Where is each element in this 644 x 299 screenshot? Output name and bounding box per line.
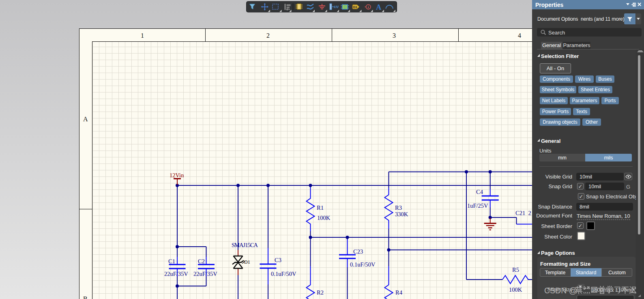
svg-text:C3: C3 bbox=[275, 257, 281, 263]
svg-text:SMAJ15CA: SMAJ15CA bbox=[232, 242, 258, 248]
svg-text:3: 3 bbox=[393, 32, 396, 39]
svg-text:CSDN @: CSDN @ bbox=[544, 286, 577, 295]
svg-text:R3: R3 bbox=[395, 204, 402, 211]
svg-text:R1: R1 bbox=[317, 204, 324, 211]
svg-text:1uF/25V: 1uF/25V bbox=[467, 202, 488, 209]
svg-text:C4: C4 bbox=[476, 189, 483, 195]
svg-text:C2: C2 bbox=[198, 258, 205, 265]
svg-text:D1: D1 bbox=[353, 5, 358, 9]
svg-text:D1: D1 bbox=[244, 259, 250, 265]
svg-text:100K: 100K bbox=[317, 215, 331, 221]
svg-text:330K: 330K bbox=[395, 211, 408, 217]
svg-text:C23: C23 bbox=[353, 248, 363, 255]
svg-text:A: A bbox=[83, 116, 88, 123]
svg-text:R4: R4 bbox=[395, 289, 403, 296]
svg-text:C21 2: C21 2 bbox=[515, 210, 531, 216]
svg-text:A: A bbox=[376, 3, 382, 11]
svg-text:0.1uF/50V: 0.1uF/50V bbox=[350, 261, 376, 268]
svg-text:22uF/35V: 22uF/35V bbox=[193, 271, 217, 277]
svg-text:1: 1 bbox=[141, 32, 144, 39]
svg-text:12Vin: 12Vin bbox=[170, 172, 184, 179]
svg-text:0.1uF/50V: 0.1uF/50V bbox=[271, 271, 296, 277]
svg-text:C1: C1 bbox=[168, 258, 175, 265]
svg-text:R5: R5 bbox=[512, 267, 519, 273]
svg-text:4: 4 bbox=[518, 32, 521, 39]
svg-text:R2: R2 bbox=[317, 289, 324, 296]
svg-text:100K: 100K bbox=[509, 286, 522, 293]
svg-text:2: 2 bbox=[266, 32, 270, 39]
svg-text:22uF/35V: 22uF/35V bbox=[164, 271, 188, 277]
svg-text:B: B bbox=[83, 295, 88, 299]
